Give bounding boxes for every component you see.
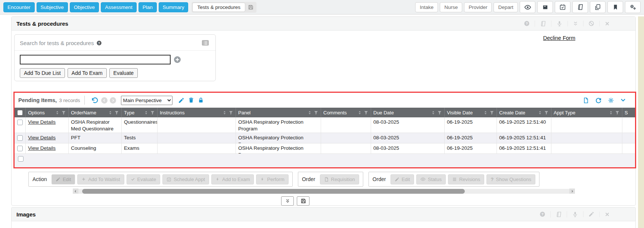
filter-icon[interactable]: [61, 110, 66, 115]
view-details-link[interactable]: View Details: [28, 119, 56, 125]
edit-icon[interactable]: [583, 211, 599, 217]
status-button[interactable]: Status: [416, 174, 446, 184]
scroll-right-button[interactable]: [569, 189, 575, 194]
depart-button[interactable]: Depart: [494, 2, 518, 12]
tab-save-button[interactable]: [245, 4, 256, 10]
sort-icon[interactable]: [144, 110, 149, 115]
next-page-icon[interactable]: [110, 97, 116, 104]
column-header-type[interactable]: Type: [122, 108, 158, 117]
column-header-clipped[interactable]: S: [622, 108, 636, 117]
tab-encounter[interactable]: Encounter: [3, 2, 35, 12]
provider-button[interactable]: Provider: [464, 2, 492, 12]
add-to-exam-action-button[interactable]: Add to Exam: [211, 174, 254, 184]
filter-icon[interactable]: [114, 110, 119, 115]
order-edit-button[interactable]: Edit: [391, 174, 414, 184]
show-questions-button[interactable]: ?Show Questions: [486, 174, 535, 184]
filter-icon[interactable]: [437, 110, 442, 115]
add-to-waitlist-button[interactable]: Add To Waitlist: [77, 174, 124, 184]
microphone-icon[interactable]: [551, 20, 567, 27]
search-help-icon[interactable]: [96, 40, 102, 46]
new-document-icon[interactable]: [583, 97, 589, 104]
decline-form-link[interactable]: Decline Form: [543, 35, 575, 41]
chevron-down-icon[interactable]: [620, 97, 626, 103]
filter-icon[interactable]: [615, 110, 620, 115]
collapse-icon[interactable]: [567, 21, 583, 26]
list-card-icon[interactable]: [200, 39, 210, 47]
schedule-appt-button[interactable]: Schedule Appt: [162, 174, 209, 184]
trash-icon[interactable]: [188, 97, 194, 103]
column-header-visible-date[interactable]: Visible Date: [445, 108, 497, 117]
tab-subjective[interactable]: Subjective: [37, 2, 68, 12]
close-icon[interactable]: [599, 21, 615, 26]
column-header-create-date[interactable]: Create Date: [497, 108, 551, 117]
microphone-icon[interactable]: [567, 211, 583, 218]
book-icon[interactable]: [550, 211, 567, 218]
collapse-panel-button[interactable]: [281, 196, 294, 206]
sort-icon[interactable]: [431, 110, 436, 115]
scrollbar-thumb[interactable]: [82, 189, 465, 194]
sort-icon[interactable]: [357, 110, 362, 115]
close-icon[interactable]: [599, 212, 615, 217]
intake-button[interactable]: Intake: [415, 2, 438, 12]
select-all-checkbox[interactable]: [15, 108, 26, 117]
scroll-left-button[interactable]: [73, 189, 78, 194]
copy-button[interactable]: [590, 1, 606, 13]
add-circle-icon[interactable]: [173, 56, 181, 64]
book-button[interactable]: [572, 1, 588, 13]
row-checkbox[interactable]: [17, 135, 23, 141]
tab-tests-procedures[interactable]: Tests & procedures: [192, 3, 245, 12]
sort-icon[interactable]: [307, 110, 312, 115]
filter-icon[interactable]: [314, 110, 318, 115]
sort-icon[interactable]: [538, 110, 542, 115]
sort-icon[interactable]: [55, 110, 60, 115]
tab-assessment[interactable]: Assessment: [101, 2, 137, 12]
help-icon[interactable]: [535, 211, 550, 217]
undo-icon[interactable]: [91, 97, 98, 104]
sort-icon[interactable]: [483, 110, 488, 115]
evaluate-button[interactable]: Evaluate: [109, 68, 138, 78]
filter-icon[interactable]: [544, 110, 549, 115]
column-header-panel[interactable]: Panel: [236, 108, 321, 117]
inbox-button[interactable]: [537, 1, 553, 13]
filter-icon[interactable]: [150, 110, 155, 115]
column-header-ordername[interactable]: OrderName: [69, 108, 122, 117]
column-header-instructions[interactable]: Instructions: [158, 108, 236, 117]
column-header-options[interactable]: Options: [26, 108, 69, 117]
filter-icon[interactable]: [489, 110, 494, 115]
block-icon[interactable]: [583, 20, 599, 26]
nurse-button[interactable]: Nurse: [440, 2, 462, 12]
column-header-due-date[interactable]: Due Date: [371, 108, 445, 117]
filter-icon[interactable]: [364, 110, 368, 115]
book-icon[interactable]: [535, 20, 551, 27]
tab-objective[interactable]: Objective: [70, 2, 99, 12]
row-checkbox[interactable]: [17, 120, 23, 125]
save-button[interactable]: [297, 196, 309, 206]
search-input[interactable]: [20, 55, 171, 64]
add-to-exam-button[interactable]: Add To Exam: [68, 68, 107, 78]
settings-button[interactable]: [625, 1, 641, 13]
add-to-due-list-button[interactable]: Add To Due List: [20, 68, 65, 78]
column-header-appt-type[interactable]: Appt Type: [551, 108, 622, 117]
tab-plan[interactable]: Plan: [139, 2, 157, 12]
help-icon[interactable]: [519, 20, 535, 26]
bookmark-button[interactable]: [607, 1, 623, 13]
prev-page-icon[interactable]: [101, 97, 108, 104]
calendar-button[interactable]: [555, 1, 570, 13]
evaluate-action-button[interactable]: Evaluate: [127, 174, 161, 184]
revisions-button[interactable]: Revisions: [448, 174, 484, 184]
row-checkbox[interactable]: [18, 156, 24, 162]
view-details-link[interactable]: View Details: [28, 145, 56, 151]
perform-button[interactable]: Perform: [256, 174, 288, 184]
filter-icon[interactable]: [228, 110, 233, 115]
edit-pencil-icon[interactable]: [178, 97, 184, 104]
sort-icon[interactable]: [609, 110, 613, 115]
perspective-select[interactable]: Main Perspective: [121, 96, 172, 105]
edit-button[interactable]: Edit: [52, 174, 75, 184]
eye-button[interactable]: [520, 1, 535, 13]
tab-summary[interactable]: Summary: [159, 2, 189, 12]
column-header-comments[interactable]: Comments: [321, 108, 371, 117]
refresh-icon[interactable]: [595, 97, 602, 104]
sort-icon[interactable]: [222, 110, 227, 115]
lock-icon[interactable]: [198, 97, 204, 103]
sort-icon[interactable]: [108, 110, 113, 115]
